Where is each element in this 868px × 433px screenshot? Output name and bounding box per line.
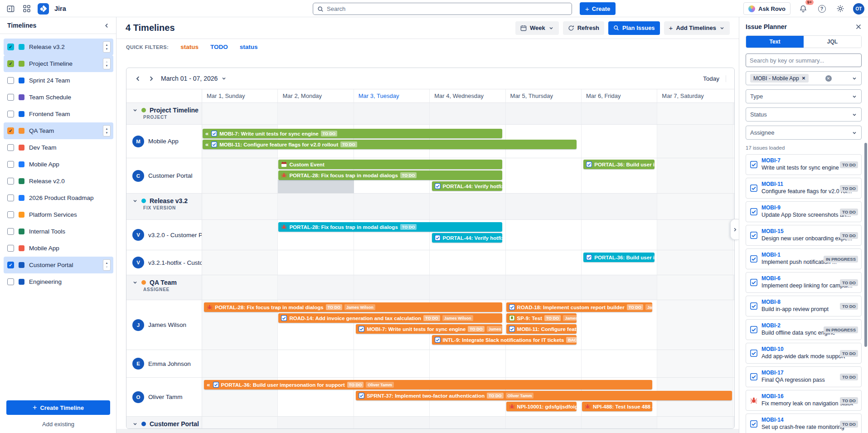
issue-bar-sprnt-37[interactable]: SPRNT-37: Implement two-factor authentic… (356, 391, 732, 400)
day-cell[interactable] (506, 158, 582, 193)
timeline-checkbox[interactable]: ✓ (7, 127, 14, 134)
move-up-icon[interactable]: ▲ (106, 60, 108, 63)
sidebar-item-customer-portal[interactable]: ✓Customer Portal▲▼ (4, 257, 113, 273)
day-cell[interactable] (506, 103, 582, 124)
day-cell[interactable] (506, 194, 582, 219)
move-down-icon[interactable]: ▼ (106, 265, 108, 269)
move-down-icon[interactable]: ▼ (106, 131, 108, 135)
sidebar-item-frontend-team[interactable]: Frontend Team (4, 106, 113, 122)
help-button[interactable]: ? (816, 3, 828, 15)
day-cell[interactable] (202, 250, 278, 275)
day-cell[interactable] (657, 220, 733, 250)
day-cell[interactable] (278, 194, 354, 219)
issue-bar-npi-10001[interactable]: NPI-10001: gdsfgijsdfoigjosd (506, 402, 577, 411)
issue-card-mobi-17[interactable]: MOBI-17Final QA regression passTO DO (746, 366, 862, 387)
day-cell[interactable] (506, 350, 582, 377)
collapse-sidebar-icon[interactable] (5, 3, 16, 15)
group-header-qa-team[interactable]: QA TeamASSIGNEE (126, 275, 734, 300)
plan-issues-button[interactable]: Plan Issues (608, 21, 660, 35)
reorder-handle[interactable]: ▲▼ (103, 259, 111, 271)
planner-tab-jql[interactable]: JQL (804, 36, 861, 48)
create-timeline-button[interactable]: + Create Timeline (6, 400, 110, 415)
issue-card-mobi-11[interactable]: MOBI-11Configure feature flags for v2.0 … (746, 178, 862, 199)
timeline-checkbox[interactable] (7, 178, 14, 185)
chevron-down-icon[interactable] (132, 280, 138, 285)
day-cell[interactable] (430, 250, 505, 275)
issue-bar-portal-28[interactable]: PORTAL-28: Fix focus trap in modal dialo… (278, 222, 502, 232)
day-cell[interactable] (354, 417, 430, 429)
day-cell[interactable] (582, 220, 657, 250)
planner-search-input[interactable]: Search by key or summary... (746, 54, 862, 67)
day-cell[interactable] (582, 417, 657, 429)
settings-button[interactable] (834, 3, 846, 15)
day-cell[interactable] (582, 194, 657, 219)
day-cell[interactable] (278, 275, 354, 300)
day-cell[interactable] (657, 125, 733, 158)
add-existing-link[interactable]: Add existing (0, 421, 116, 428)
ask-rovo-button[interactable]: Ask Rovo (743, 2, 790, 15)
day-cell[interactable] (430, 275, 505, 300)
move-down-icon[interactable]: ▼ (106, 64, 108, 68)
sidebar-item-release-v3-2[interactable]: ✓Release v3.2▲▼ (4, 39, 113, 55)
day-cell[interactable] (430, 417, 505, 429)
issue-bar-intl-9[interactable]: INTL-9: Integrate Slack notifications fo… (432, 335, 577, 345)
day-cell[interactable] (354, 103, 430, 124)
status-filter-select[interactable]: Status (746, 107, 862, 122)
day-cell[interactable] (657, 158, 733, 193)
issue-bar-sp-9[interactable]: SP-9: TestTO DOJames Wils (506, 313, 577, 323)
date-range-selector[interactable]: March 01 - 07, 2026 (161, 75, 227, 82)
day-cell[interactable] (657, 300, 733, 350)
panel-expander-tab[interactable] (730, 219, 739, 240)
refresh-button[interactable]: Refresh (563, 21, 604, 35)
day-cell[interactable] (354, 194, 430, 219)
sidebar-item-sprint-24-team[interactable]: Sprint 24 Team (4, 72, 113, 89)
issue-bar-road-14[interactable]: ROAD-14: Add invoice generation and tax … (278, 313, 502, 323)
day-cell[interactable] (657, 275, 733, 300)
day-cell[interactable] (430, 350, 505, 377)
week-view-button[interactable]: Week (515, 21, 559, 35)
day-cell[interactable] (506, 220, 582, 250)
sidebar-item-engineering[interactable]: Engineering (4, 273, 113, 290)
issue-bar-custom-event[interactable]: Custom Event (278, 160, 502, 169)
day-cell[interactable] (657, 103, 733, 124)
issue-card-mobi-16[interactable]: MOBI-16Fix memory leak on navigation sta… (746, 390, 862, 411)
reorder-handle[interactable]: ▲▼ (103, 125, 111, 136)
day-cell[interactable] (582, 103, 657, 124)
timeline-checkbox[interactable]: ✓ (7, 262, 14, 268)
horizontal-scrollbar-track[interactable] (116, 429, 739, 433)
collapse-panel-icon[interactable] (104, 23, 110, 29)
issue-card-mobi-14[interactable]: MOBI-14Set up crash-free rate monitoring… (746, 414, 862, 433)
timeline-checkbox[interactable] (7, 245, 14, 252)
assignee-filter-select[interactable]: Assignee (746, 126, 862, 140)
sidebar-item-mobile-app[interactable]: Mobile App (4, 240, 113, 257)
user-avatar[interactable]: OT (853, 3, 864, 15)
chevron-down-icon[interactable] (132, 107, 138, 113)
issue-bar-mobi-11[interactable]: MOBI-11: Configure feature fl (506, 324, 577, 334)
quick-filter-todo[interactable]: TODO (210, 44, 228, 50)
issue-card-mobi-2[interactable]: MOBI-2Build offline data sync engineIN P… (746, 319, 862, 340)
day-cell[interactable] (278, 250, 354, 275)
day-cell[interactable] (202, 158, 278, 193)
issue-bar-portal-36[interactable]: PORTAL-36: Build user imper (583, 160, 655, 169)
day-cell[interactable] (202, 194, 278, 219)
today-button[interactable]: Today (703, 75, 726, 82)
day-cell[interactable] (202, 417, 278, 429)
day-cell[interactable] (582, 275, 657, 300)
group-header-customer-portal[interactable]: Customer Portal (126, 417, 734, 429)
timeline-checkbox[interactable]: ✓ (7, 60, 14, 67)
group-header-project-timeline[interactable]: Project TimelinePROJECT (126, 103, 734, 125)
timeline-checkbox[interactable] (7, 77, 14, 84)
create-button[interactable]: + Create (580, 2, 616, 15)
issue-card-mobi-6[interactable]: MOBI-6Implement deep linking for campai.… (746, 272, 862, 293)
timeline-checkbox[interactable] (7, 94, 14, 101)
issue-bar-road-18[interactable]: ROAD-18: Implement custom report builder… (506, 302, 652, 312)
issue-bar-mobi-7[interactable]: «MOBI-7: Write unit tests for sync engin… (203, 129, 502, 138)
reorder-handle[interactable]: ▲▼ (103, 41, 111, 53)
issue-card-mobi-7[interactable]: MOBI-7Write unit tests for sync engineTO… (746, 154, 862, 175)
day-cell[interactable] (657, 194, 733, 219)
sidebar-item-internal-tools[interactable]: Internal Tools (4, 223, 113, 240)
day-cell[interactable] (506, 250, 582, 275)
issue-bar-mobi-7[interactable]: MOBI-7: Write unit tests for sync engine… (356, 324, 502, 334)
day-cell[interactable] (354, 350, 430, 377)
day-cell[interactable] (278, 103, 354, 124)
